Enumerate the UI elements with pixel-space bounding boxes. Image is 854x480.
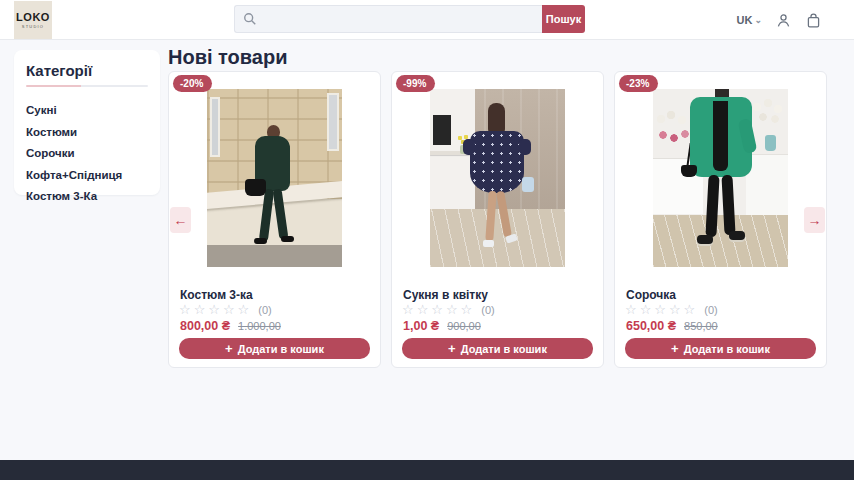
price-row: 650,00 ₴ 850,00	[626, 319, 718, 333]
page: LOKO STUDIO Пошук UK ⌄	[0, 0, 854, 480]
old-price: 1.000,00	[238, 320, 281, 332]
current-price: 650,00 ₴	[626, 319, 676, 333]
logo-subtitle: STUDIO	[22, 24, 44, 29]
categories-title: Категорії	[26, 62, 148, 79]
product-card: -23% Сорочка ☆☆☆☆☆ (0) 650,00 ₴ 850,00 +…	[614, 71, 827, 368]
price-row: 800,00 ₴ 1.000,00	[180, 319, 281, 333]
add-to-cart-button[interactable]: + Додати в кошик	[402, 338, 593, 359]
sidebar-item-sweater-skirt[interactable]: Кофта+Спідниця	[26, 164, 148, 186]
product-title[interactable]: Сукня в квітку	[403, 288, 488, 302]
star-icons: ☆☆☆☆☆	[402, 303, 475, 317]
rating: ☆☆☆☆☆ (0)	[402, 303, 495, 317]
star-icons: ☆☆☆☆☆	[179, 303, 252, 317]
header: LOKO STUDIO Пошук UK ⌄	[0, 0, 854, 40]
discount-badge: -23%	[619, 75, 658, 92]
language-label: UK	[737, 14, 753, 26]
search-button[interactable]: Пошук	[542, 5, 585, 33]
plus-icon: +	[448, 342, 456, 355]
logo-title: LOKO	[16, 12, 50, 23]
account-icon[interactable]	[775, 12, 792, 29]
old-price: 850,00	[684, 320, 718, 332]
search-bar: Пошук	[234, 5, 585, 33]
product-image[interactable]	[430, 89, 565, 267]
price-row: 1,00 ₴ 900,00	[403, 319, 481, 333]
language-select[interactable]: UK ⌄	[737, 14, 762, 26]
page-title: Нові товари	[168, 46, 287, 69]
product-title[interactable]: Сорочка	[626, 288, 676, 302]
rating-count: (0)	[704, 304, 717, 316]
search-icon	[243, 12, 257, 26]
rating: ☆☆☆☆☆ (0)	[625, 303, 718, 317]
rating-count: (0)	[258, 304, 271, 316]
carousel-prev-button[interactable]: ←	[170, 207, 191, 233]
divider	[26, 85, 148, 87]
add-to-cart-button[interactable]: + Додати в кошик	[625, 338, 816, 359]
current-price: 800,00 ₴	[180, 319, 230, 333]
rating-count: (0)	[481, 304, 494, 316]
sidebar-item-suits[interactable]: Костюми	[26, 121, 148, 143]
current-price: 1,00 ₴	[403, 319, 439, 333]
plus-icon: +	[225, 342, 233, 355]
footer	[0, 460, 854, 480]
search-input[interactable]	[234, 5, 542, 33]
product-image[interactable]	[207, 89, 342, 267]
product-image[interactable]	[653, 89, 788, 267]
add-to-cart-label: Додати в кошик	[461, 343, 547, 355]
add-to-cart-label: Додати в кошик	[238, 343, 324, 355]
old-price: 900,00	[447, 320, 481, 332]
product-card: -20% Костюм 3-ка ☆☆☆☆☆ (0) 800,00 ₴ 1.00…	[168, 71, 381, 368]
header-actions: UK ⌄	[737, 0, 822, 40]
sidebar-item-dresses[interactable]: Сукні	[26, 99, 148, 121]
categories-panel: Категорії Сукні Костюми Сорочки Кофта+Сп…	[14, 50, 160, 195]
carousel-next-button[interactable]: →	[804, 207, 825, 233]
sidebar-item-suit-3pc[interactable]: Костюм 3-Ка	[26, 185, 148, 207]
star-icons: ☆☆☆☆☆	[625, 303, 698, 317]
plus-icon: +	[671, 342, 679, 355]
discount-badge: -20%	[173, 75, 212, 92]
add-to-cart-label: Додати в кошик	[684, 343, 770, 355]
cart-icon[interactable]	[805, 12, 822, 29]
logo[interactable]: LOKO STUDIO	[14, 1, 52, 39]
product-title[interactable]: Костюм 3-ка	[180, 288, 253, 302]
chevron-down-icon: ⌄	[754, 16, 762, 25]
rating: ☆☆☆☆☆ (0)	[179, 303, 272, 317]
discount-badge: -99%	[396, 75, 435, 92]
sidebar-item-shirts[interactable]: Сорочки	[26, 142, 148, 164]
add-to-cart-button[interactable]: + Додати в кошик	[179, 338, 370, 359]
categories-list: Сукні Костюми Сорочки Кофта+Спідниця Кос…	[26, 99, 148, 207]
product-card: -99% Сукня в квітку ☆☆☆☆☆ (0) 1,00 ₴ 900…	[391, 71, 604, 368]
